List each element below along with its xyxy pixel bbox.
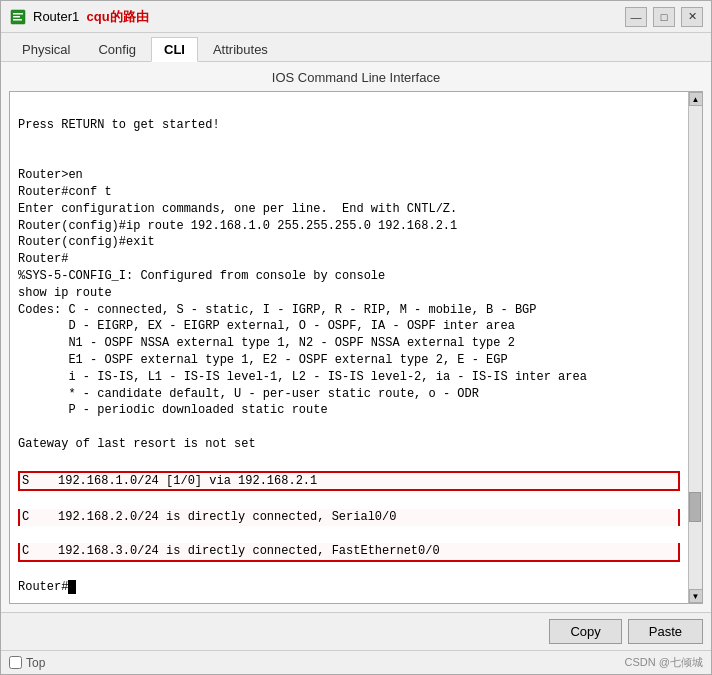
main-window: Router1 cqu的路由 — □ ✕ Physical Config CLI… xyxy=(0,0,712,675)
top-checkbox-area: Top xyxy=(9,656,625,670)
svg-rect-2 xyxy=(13,16,20,18)
scroll-down-button[interactable]: ▼ xyxy=(689,589,703,603)
terminal-wrapper: Press RETURN to get started! Router>en R… xyxy=(9,91,703,604)
top-label: Top xyxy=(26,656,45,670)
scrollbar[interactable]: ▲ ▼ xyxy=(688,92,702,603)
terminal-output[interactable]: Press RETURN to get started! Router>en R… xyxy=(10,92,688,603)
highlighted-line-1: S 192.168.1.0/24 [1/0] via 192.168.2.1 xyxy=(18,471,680,492)
title-bar: Router1 cqu的路由 — □ ✕ xyxy=(1,1,711,33)
highlighted-line-3: C 192.168.3.0/24 is directly connected, … xyxy=(18,543,680,562)
footer-bar: Top CSDN @七倾城 xyxy=(1,650,711,674)
bottom-bar: Copy Paste xyxy=(1,612,711,650)
section-title: IOS Command Line Interface xyxy=(9,70,703,85)
scroll-track[interactable] xyxy=(689,106,702,589)
window-title: Router1 cqu的路由 xyxy=(33,8,625,26)
close-button[interactable]: ✕ xyxy=(681,7,703,27)
window-controls: — □ ✕ xyxy=(625,7,703,27)
tab-physical[interactable]: Physical xyxy=(9,37,83,61)
tab-cli[interactable]: CLI xyxy=(151,37,198,62)
copy-button[interactable]: Copy xyxy=(549,619,621,644)
svg-rect-3 xyxy=(13,19,22,21)
highlighted-line-2: C 192.168.2.0/24 is directly connected, … xyxy=(18,509,680,526)
maximize-button[interactable]: □ xyxy=(653,7,675,27)
cursor xyxy=(68,580,76,594)
watermark: CSDN @七倾城 xyxy=(625,655,703,670)
tab-attributes[interactable]: Attributes xyxy=(200,37,281,61)
terminal-text: Press RETURN to get started! Router>en R… xyxy=(18,118,587,451)
top-checkbox[interactable] xyxy=(9,656,22,669)
scroll-thumb[interactable] xyxy=(689,492,701,522)
tab-bar: Physical Config CLI Attributes xyxy=(1,33,711,62)
minimize-button[interactable]: — xyxy=(625,7,647,27)
scroll-up-button[interactable]: ▲ xyxy=(689,92,703,106)
terminal-prompt: Router# xyxy=(18,580,68,594)
tab-content: IOS Command Line Interface Press RETURN … xyxy=(1,62,711,612)
app-icon xyxy=(9,8,27,26)
paste-button[interactable]: Paste xyxy=(628,619,703,644)
tab-config[interactable]: Config xyxy=(85,37,149,61)
svg-rect-1 xyxy=(13,13,23,15)
highlighted-lines: S 192.168.1.0/24 [1/0] via 192.168.2.1 C… xyxy=(18,453,680,580)
